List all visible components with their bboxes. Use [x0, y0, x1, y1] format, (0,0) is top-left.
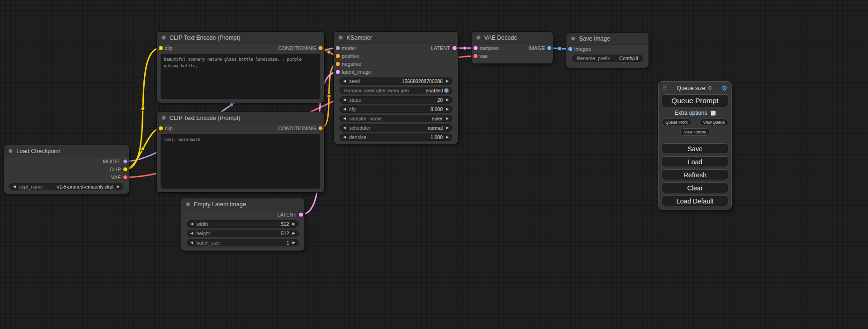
port-images-input[interactable] [568, 47, 572, 51]
collapse-dot-icon[interactable] [8, 149, 13, 153]
widget-width[interactable]: ◀ width 512 ▶ [187, 220, 299, 228]
widget-sampler-name[interactable]: ◀ sampler_name euler ▶ [339, 115, 452, 122]
port-latent-output[interactable] [452, 46, 457, 50]
port-positive-input[interactable] [336, 54, 340, 58]
port-latent-output[interactable] [299, 212, 303, 217]
widget-batch-size[interactable]: ◀ batch_size 1 ▶ [187, 239, 299, 246]
widget-cfg[interactable]: ◀ cfg 8.000 ▶ [339, 105, 452, 113]
queue-menu-panel: ⠿ Queue size: 0 ⚙ Queue Prompt Extra opt… [658, 81, 732, 210]
node-header[interactable]: CLIP Text Encode (Prompt) [157, 32, 324, 44]
increment-arrow-icon[interactable]: ▶ [446, 79, 449, 83]
increment-arrow-icon[interactable]: ▶ [117, 185, 120, 189]
clear-button[interactable]: Clear [662, 182, 728, 193]
collapse-dot-icon[interactable] [162, 116, 166, 120]
link-midpoint-dot [327, 50, 331, 54]
collapse-dot-icon[interactable] [162, 35, 166, 40]
node-clip-text-encode-negative[interactable]: CLIP Text Encode (Prompt) clip CONDITION… [157, 112, 324, 192]
decrement-arrow-icon[interactable]: ◀ [343, 135, 346, 139]
increment-arrow-icon[interactable]: ▶ [446, 126, 449, 130]
load-button[interactable]: Load [662, 156, 728, 167]
decrement-arrow-icon[interactable]: ◀ [191, 231, 193, 235]
decrement-arrow-icon[interactable]: ◀ [343, 79, 346, 83]
collapse-dot-icon[interactable] [339, 35, 343, 40]
increment-arrow-icon[interactable]: ▶ [446, 98, 449, 102]
port-samples-input[interactable] [473, 46, 478, 50]
node-ksampler[interactable]: KSampler model LATENT positive negative … [334, 32, 458, 144]
widget-value: 1.000 [430, 134, 443, 140]
port-image-output[interactable] [547, 46, 551, 50]
collapse-dot-icon[interactable] [476, 35, 480, 40]
widget-name: cfg [349, 106, 356, 112]
node-header[interactable]: Save Image [566, 33, 649, 45]
port-clip-output[interactable] [123, 167, 127, 171]
port-clip-input[interactable] [159, 126, 163, 130]
collapse-dot-icon[interactable] [186, 202, 190, 206]
node-header[interactable]: VAE Decode [472, 32, 553, 44]
queue-front-button[interactable]: Queue Front [662, 119, 692, 126]
node-save-image[interactable]: Save Image images filename_prefix ComfyU… [566, 33, 649, 68]
port-vae-output[interactable] [123, 175, 127, 179]
node-clip-text-encode-positive[interactable]: CLIP Text Encode (Prompt) clip CONDITION… [157, 32, 324, 103]
port-conditioning-output[interactable] [318, 46, 323, 50]
decrement-arrow-icon[interactable]: ◀ [343, 107, 346, 111]
widget-value: 512 [281, 221, 289, 227]
queue-prompt-button[interactable]: Queue Prompt [662, 94, 728, 107]
extra-options-checkbox[interactable] [711, 111, 716, 116]
decrement-arrow-icon[interactable]: ◀ [191, 222, 193, 226]
increment-arrow-icon[interactable]: ▶ [446, 107, 449, 111]
output-label-vae: VAE [111, 175, 121, 180]
prompt-text-input[interactable]: text, watermark [161, 134, 320, 189]
port-negative-input[interactable] [336, 62, 340, 66]
node-title: VAE Decode [484, 35, 517, 41]
widget-ckpt-name[interactable]: ◀ ckpt_name v1-5-pruned-emaonly.ckpt ▶ [9, 183, 123, 190]
port-model-input[interactable] [336, 46, 340, 50]
node-load-checkpoint[interactable]: Load Checkpoint MODEL CLIP VAE ◀ ckpt_na… [4, 145, 129, 194]
refresh-button[interactable]: Refresh [662, 169, 728, 180]
settings-gear-icon[interactable]: ⚙ [721, 84, 727, 92]
widget-name: steps [349, 97, 361, 103]
view-queue-button[interactable]: View Queue [699, 119, 728, 126]
increment-arrow-icon[interactable]: ▶ [446, 135, 449, 139]
decrement-arrow-icon[interactable]: ◀ [343, 98, 346, 102]
node-header[interactable]: Empty Latent Image [181, 198, 304, 210]
widget-scheduler[interactable]: ◀ scheduler normal ▶ [339, 124, 452, 132]
graph-canvas[interactable]: { "icons": { "drag_handle": "⠿", "gear":… [0, 0, 868, 329]
decrement-arrow-icon[interactable]: ◀ [191, 241, 193, 245]
decrement-arrow-icon[interactable]: ◀ [343, 126, 346, 130]
port-vae-input[interactable] [473, 54, 478, 58]
increment-arrow-icon[interactable]: ▶ [292, 222, 295, 226]
widget-height[interactable]: ◀ height 512 ▶ [187, 230, 299, 237]
widget-name: filename_prefix [577, 56, 610, 61]
port-model-output[interactable] [123, 159, 127, 163]
increment-arrow-icon[interactable]: ▶ [292, 231, 295, 235]
widget-name: scheduler [349, 125, 371, 131]
load-default-button[interactable]: Load Default [662, 196, 728, 206]
widget-value: 512 [281, 231, 289, 236]
node-empty-latent-image[interactable]: Empty Latent Image LATENT ◀ width 512 ▶ … [181, 198, 304, 251]
drag-handle-icon[interactable]: ⠿ [663, 85, 667, 91]
widget-denoise[interactable]: ◀ denoise 1.000 ▶ [339, 133, 452, 141]
prompt-text-input[interactable]: beautiful scenery nature glass bottle la… [161, 54, 320, 99]
port-conditioning-output[interactable] [318, 126, 323, 130]
increment-arrow-icon[interactable]: ▶ [446, 117, 449, 120]
decrement-arrow-icon[interactable]: ◀ [343, 117, 346, 120]
node-title: CLIP Text Encode (Prompt) [169, 115, 240, 121]
node-header[interactable]: KSampler [334, 32, 458, 44]
port-latent-image-input[interactable] [336, 70, 340, 74]
increment-arrow-icon[interactable]: ▶ [292, 241, 295, 245]
node-vae-decode[interactable]: VAE Decode samples IMAGE vae [472, 32, 553, 63]
node-header[interactable]: CLIP Text Encode (Prompt) [157, 112, 324, 124]
node-title: Save Image [579, 35, 610, 42]
widget-seed[interactable]: ◀ seed 156680208700286 ▶ [339, 77, 452, 85]
toggle-knob-icon[interactable] [444, 88, 449, 93]
view-history-button[interactable]: View History [680, 128, 710, 136]
widget-random-seed-toggle[interactable]: Random seed after every gen enabled [339, 87, 452, 94]
widget-steps[interactable]: ◀ steps 20 ▶ [339, 96, 452, 104]
widget-filename-prefix[interactable]: filename_prefix ComfyUI [572, 55, 643, 62]
save-button[interactable]: Save [662, 143, 728, 154]
widget-value: 1 [286, 240, 289, 245]
node-header[interactable]: Load Checkpoint [4, 145, 129, 157]
port-clip-input[interactable] [159, 46, 163, 50]
collapse-dot-icon[interactable] [571, 36, 575, 41]
decrement-arrow-icon[interactable]: ◀ [13, 185, 16, 189]
